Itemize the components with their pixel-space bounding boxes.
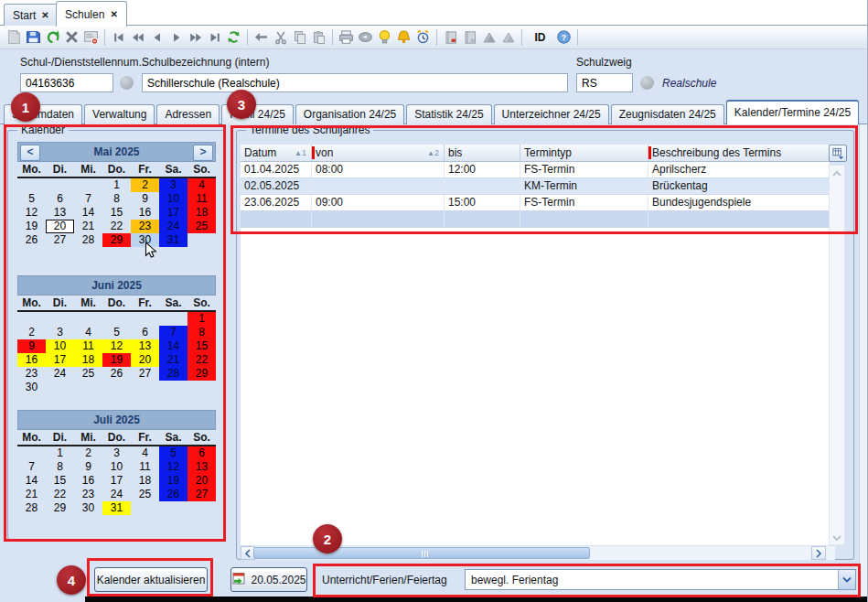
calendar-day[interactable]: 10: [159, 192, 188, 206]
column-header-termintyp[interactable]: Termintyp: [520, 145, 648, 162]
calendar-day[interactable]: 9: [131, 192, 159, 206]
calendar-day[interactable]: 20: [131, 353, 159, 367]
table-row[interactable]: [241, 211, 830, 228]
nav-fast-prev-icon[interactable]: [128, 27, 147, 47]
calendar-day[interactable]: 23: [131, 220, 159, 233]
calendar-day[interactable]: 28: [159, 367, 188, 381]
calendar-day[interactable]: 17: [46, 353, 74, 367]
calendar-day[interactable]: 12: [159, 460, 188, 474]
calendar-day[interactable]: 17: [159, 206, 188, 220]
calendar-day[interactable]: 11: [131, 460, 159, 474]
cut-icon[interactable]: [271, 27, 290, 47]
calendar-day[interactable]: 1: [102, 178, 131, 192]
calendar-day[interactable]: 22: [188, 353, 216, 367]
calendar-day[interactable]: 14: [17, 474, 46, 488]
hint-bulb-icon[interactable]: [375, 27, 394, 47]
calendar-day[interactable]: 20: [46, 220, 74, 233]
info-icon[interactable]: [640, 76, 654, 90]
calendar-day[interactable]: 12: [17, 206, 46, 220]
calendar-day[interactable]: 9: [17, 339, 46, 353]
tab-adressen[interactable]: Adressen: [156, 104, 220, 124]
paste-icon[interactable]: [309, 27, 328, 47]
tab-kalender-termine-24-25[interactable]: Kalender/Termine 24/25: [726, 100, 859, 124]
back-arrow-icon[interactable]: [252, 27, 271, 47]
calendar-day[interactable]: 16: [74, 474, 102, 488]
calendar-day[interactable]: 18: [188, 206, 216, 220]
help-icon[interactable]: ?: [554, 27, 573, 47]
tab-statistik-24-25[interactable]: Statistik 24/25: [406, 104, 491, 124]
calendar-day[interactable]: 25: [131, 488, 159, 501]
calendar-day[interactable]: 5: [17, 192, 46, 206]
delivery-out-icon[interactable]: [479, 27, 498, 47]
calendar-day[interactable]: 22: [46, 488, 74, 501]
calendar-day[interactable]: 1: [46, 446, 74, 460]
column-chooser-button[interactable]: [829, 145, 847, 162]
calendar-day[interactable]: 4: [188, 178, 216, 192]
delivery-in-icon[interactable]: [498, 27, 518, 47]
calendar-day[interactable]: 7: [74, 192, 102, 206]
copy-icon[interactable]: [290, 27, 309, 47]
tab-unterzeichner-24-25[interactable]: Unterzeichner 24/25: [494, 104, 609, 124]
prev-month-button[interactable]: <: [20, 145, 40, 161]
calendar-day[interactable]: 13: [46, 206, 74, 220]
delete-icon[interactable]: [62, 27, 81, 47]
column-header-beschreibung-des-termins[interactable]: Beschreibung des Termins: [648, 145, 830, 162]
calendar-day[interactable]: 7: [159, 326, 188, 339]
calendar-day[interactable]: 21: [74, 220, 102, 233]
calendar-day[interactable]: 29: [46, 501, 74, 515]
calendar-day[interactable]: 19: [159, 474, 188, 488]
calendar-day[interactable]: 15: [46, 474, 74, 488]
calendar-day[interactable]: 16: [17, 353, 46, 367]
calendar-day[interactable]: 31: [159, 233, 188, 247]
calendar-day[interactable]: 12: [102, 339, 131, 353]
calendar-day[interactable]: 29: [188, 367, 216, 381]
id-button[interactable]: ID: [526, 27, 554, 47]
tab-zeugnisdaten-24-25[interactable]: Zeugnisdaten 24/25: [611, 104, 724, 124]
column-header-bis[interactable]: bis: [445, 145, 520, 162]
chevron-down-icon[interactable]: [838, 570, 855, 589]
calendar-day[interactable]: 2: [131, 178, 159, 192]
table-row[interactable]: 02.05.2025KM-TerminBrückentag: [241, 178, 830, 195]
info-icon[interactable]: [120, 76, 134, 90]
calendar-day[interactable]: 24: [46, 367, 74, 381]
calendar-day[interactable]: 23: [17, 367, 46, 381]
calendar-day[interactable]: 31: [102, 501, 131, 515]
calendar-day[interactable]: 11: [188, 192, 216, 206]
calendar-day[interactable]: 10: [46, 339, 74, 353]
column-header-datum[interactable]: Datum▲1: [241, 145, 312, 162]
notify-bell-icon[interactable]: [394, 27, 413, 47]
calendar-day[interactable]: 27: [46, 233, 74, 247]
calendar-day[interactable]: 24: [159, 220, 188, 233]
save-icon[interactable]: [24, 27, 43, 47]
calendar-day[interactable]: 3: [159, 178, 188, 192]
calendar-day[interactable]: 28: [74, 233, 102, 247]
date-picker-button[interactable]: 20.05.2025: [230, 567, 307, 592]
calendar-day[interactable]: 18: [131, 474, 159, 488]
close-icon[interactable]: ✕: [110, 9, 117, 19]
nav-first-icon[interactable]: [109, 27, 128, 47]
calendar-day[interactable]: 26: [159, 488, 188, 501]
school-name-field[interactable]: [142, 73, 568, 92]
calendar-day[interactable]: 25: [74, 367, 102, 381]
calendar-day[interactable]: 17: [102, 474, 131, 488]
tab-verwaltung[interactable]: Verwaltung: [84, 104, 155, 124]
scroll-down-icon[interactable]: [831, 532, 842, 542]
undo-icon[interactable]: [43, 27, 62, 47]
school-number-field[interactable]: [20, 73, 113, 92]
calendar-day[interactable]: 8: [188, 326, 216, 339]
calendar-day[interactable]: 14: [74, 206, 102, 220]
calendar-day[interactable]: 30: [131, 233, 159, 247]
window-tab-start[interactable]: Start ✕: [4, 4, 59, 26]
edit-form-icon[interactable]: [81, 27, 101, 47]
window-tab-schulen[interactable]: Schulen ✕: [56, 1, 127, 27]
update-calendar-button[interactable]: Kalender aktualisieren: [94, 567, 208, 592]
calendar-day[interactable]: 20: [188, 474, 216, 488]
calendar-day[interactable]: 19: [17, 220, 46, 233]
new-record-icon[interactable]: [5, 27, 24, 47]
scroll-up-icon[interactable]: [831, 168, 842, 177]
calendar-day[interactable]: 25: [188, 220, 216, 233]
next-month-button[interactable]: >: [193, 145, 213, 161]
calendar-day[interactable]: 21: [159, 353, 188, 367]
calendar-day[interactable]: 6: [131, 326, 159, 339]
notebook-export-icon[interactable]: [441, 27, 460, 47]
